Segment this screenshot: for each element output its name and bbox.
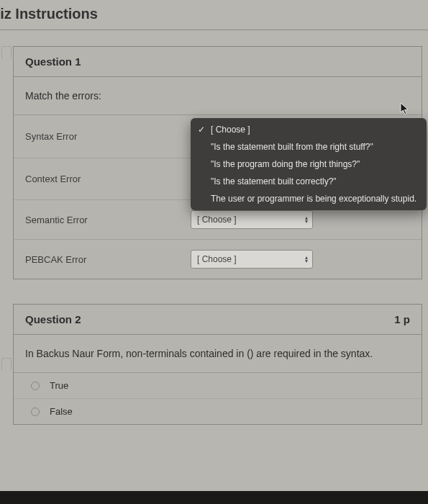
select-semantic[interactable]: [ Choose ] ▴▾ [191, 210, 313, 229]
question-2-block: Question 2 1 p In Backus Naur Form, non-… [13, 304, 422, 425]
option-label: False [50, 406, 73, 417]
match-label: Syntax Error [25, 131, 191, 142]
question-2-prompt: In Backus Naur Form, non-terminals conta… [14, 335, 422, 373]
dropdown-item-choose[interactable]: [ Choose ] [191, 121, 427, 138]
option-true[interactable]: True [14, 373, 422, 399]
option-false[interactable]: False [14, 399, 422, 424]
page-title: uiz Instructions [0, 0, 428, 30]
dropdown-menu[interactable]: [ Choose ] "Is the statement built from … [191, 118, 427, 210]
match-label: Context Error [25, 174, 191, 184]
match-label: Semantic Error [25, 215, 191, 225]
radio-icon [31, 408, 40, 416]
bookmark-icon[interactable] [1, 46, 12, 59]
match-label: PEBCAK Error [25, 254, 191, 265]
chevron-updown-icon: ▴▾ [305, 216, 308, 223]
select-pebcak[interactable]: [ Choose ] ▴▾ [191, 250, 313, 269]
question-1-block: Question 1 Match the errors: Syntax Erro… [13, 46, 422, 279]
radio-icon [31, 382, 40, 390]
question-1-header: Question 1 [14, 47, 422, 77]
match-row-syntax: Syntax Error [ Choose ] "Is the statemen… [14, 115, 422, 158]
cursor-icon [400, 102, 410, 115]
dropdown-item[interactable]: The user or programmer is being exceptio… [191, 190, 427, 207]
match-row-pebcak: PEBCAK Error [ Choose ] ▴▾ [14, 240, 422, 279]
option-label: True [50, 380, 68, 391]
question-1-prompt: Match the errors: [14, 77, 422, 115]
bottom-edge [0, 491, 428, 504]
chevron-updown-icon: ▴▾ [305, 256, 308, 263]
select-value: [ Choose ] [197, 215, 237, 225]
select-value: [ Choose ] [197, 254, 237, 264]
dropdown-item[interactable]: "Is the statement built correctly?" [191, 173, 427, 190]
bookmark-icon[interactable] [1, 358, 12, 371]
question-2-header: Question 2 1 p [14, 305, 422, 335]
question-2-title: Question 2 [25, 313, 81, 325]
dropdown-item[interactable]: "Is the statement built from the right s… [191, 138, 427, 156]
dropdown-item[interactable]: "Is the program doing the right things?" [191, 156, 427, 173]
question-1-title: Question 1 [25, 55, 81, 68]
question-2-points: 1 p [394, 313, 410, 325]
